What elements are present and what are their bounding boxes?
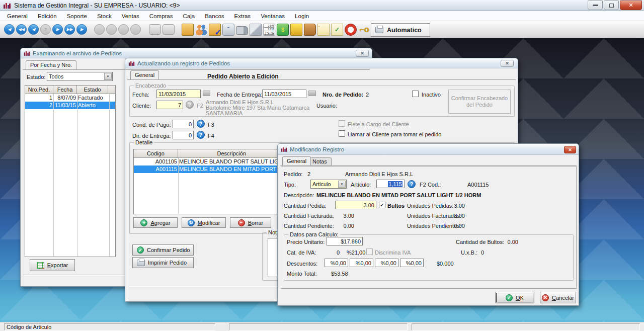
win3-tab-notas[interactable]: Notas [308,157,332,166]
bultos-checkbox[interactable]: ✓ [379,202,385,208]
menu-edicion[interactable]: Edición [33,12,62,20]
menu-general[interactable]: General [2,12,33,20]
borrar-button[interactable]: − Borrar [230,217,271,228]
exportar-button[interactable]: → Exportar [30,259,75,271]
cash-register-icon[interactable]: − [222,24,234,36]
close-button[interactable]: ✕ [620,1,642,10]
col-nroped[interactable]: Nro.Ped. [25,86,53,94]
truck-icon[interactable] [236,26,248,35]
disabled-button-1[interactable] [94,24,105,35]
restore-button[interactable] [604,1,619,10]
articulo-help-button[interactable]: ? [408,180,416,188]
tipo-dropdown-arrow[interactable]: ▼ [338,181,346,188]
col-codigo[interactable]: Codigo [134,149,178,158]
nav-forward-button[interactable]: ▶▶ [64,24,75,35]
nav-prev-button[interactable]: ◀ [28,24,39,35]
menu-login[interactable]: Login [290,12,314,20]
win1-tab-por-fecha[interactable]: Por Fecha y Nro. [26,60,76,69]
menu-ventas[interactable]: Ventas [117,12,144,20]
nav-rewind-button[interactable]: ◀◀ [16,24,27,35]
gold-blocks-icon[interactable] [290,24,302,36]
win3-close-button[interactable]: ✕ [564,146,576,153]
inactivo-checkbox[interactable] [412,91,419,97]
auto-print-button[interactable]: Automatico [371,23,430,37]
fecha-input[interactable]: 11/03/2015 [156,90,201,98]
unidades-pendientes-value: 0.00 [444,223,465,229]
address-book-icon[interactable] [304,24,316,36]
cancelar-button[interactable]: ✕ Cancelar [540,292,576,303]
estado-dropdown-arrow[interactable]: ▼ [104,73,112,80]
col-estado[interactable]: Estado [77,86,108,94]
nro-pedido-label: Nro. de Pedido: [323,92,363,98]
order-check-icon[interactable]: ✓ [209,24,221,36]
descuento-3-input[interactable]: %0,00 [375,259,398,267]
note-icon[interactable]: · [317,24,330,36]
win2-tab-general[interactable]: General [130,70,159,79]
table-row-selected[interactable]: 2 11/03/15 Abierto [25,102,115,109]
tipo-dropdown[interactable]: Articulo ▼ [310,180,347,189]
package-icon[interactable] [182,24,194,36]
descuento-1-input[interactable]: %0,00 [325,259,348,267]
win1-title: Examinando el archivo de Pedidos [33,50,122,56]
tipo-label: Tipo: [284,182,296,188]
cliente-input[interactable]: 7 [156,101,183,109]
table-row[interactable]: 1 8/07/09 Facturado [25,94,115,102]
scale-calc-icon[interactable]: 2.546 0.216 T=2.762 [263,24,275,36]
win1-close-button[interactable]: ✕ [356,50,369,57]
cond-pago-help-button[interactable]: ? [197,120,205,128]
nav-last-button[interactable]: ▶ [76,24,87,35]
win3-tab-general[interactable]: General [282,156,311,166]
cantidad-pedida-input[interactable]: 3.00 [335,201,376,209]
disabled-button-2[interactable] [106,24,117,35]
square-button-2[interactable] [163,24,175,35]
menu-soporte[interactable]: Soporte [62,12,92,20]
fecha-entrega-input[interactable]: 11/03/2015 [262,90,306,98]
money-icon[interactable]: $ [277,24,289,36]
customers-icon[interactable] [195,24,207,36]
descuento-2-input[interactable]: %0,00 [350,259,373,267]
minimize-button[interactable] [588,1,603,10]
key-icon[interactable]: ⌐o [358,24,370,36]
nav-next-button[interactable]: ▶ [52,24,63,35]
col-fecha[interactable]: Fecha [53,86,77,94]
menu-bancos[interactable]: Bancos [200,12,229,20]
flete-checkbox[interactable] [339,120,345,127]
notepad-pencil-icon[interactable]: ✓ [331,24,343,36]
estado-dropdown[interactable]: Todos ▼ [47,72,113,81]
win2-icon [128,60,135,66]
cond-pago-input[interactable]: 0 [173,120,194,128]
menu-extras[interactable]: Extras [229,12,256,20]
disabled-button-3[interactable] [118,24,129,35]
menu-caja[interactable]: Caja [178,12,200,20]
precio-unitario-input[interactable]: $17.860 [327,237,363,245]
dir-entrega-input[interactable]: 0 [173,131,194,139]
descuento-4-input[interactable]: %0,00 [400,259,424,267]
agregar-button[interactable]: + Agregar [133,217,178,228]
discrimina-iva-checkbox[interactable] [366,249,373,255]
pedidos-table[interactable]: Nro.Ped. Fecha Estado 1 8/07/09 Facturad… [25,85,116,257]
articulo-input[interactable]: 1,115 [376,180,405,188]
alarm-clock-icon[interactable] [345,24,357,36]
disabled-button-4[interactable] [130,24,141,35]
cliente-help-button[interactable]: ? [186,101,194,109]
pen-ruler-icon[interactable] [250,24,262,36]
descuento-2-value: %0,00 [356,260,371,266]
menu-stock[interactable]: Stock [92,12,117,20]
square-button-1[interactable] [149,24,161,35]
win2-close-button[interactable]: ✕ [501,60,514,67]
uxb-label: U.x.B.: [461,250,477,256]
ok-button[interactable]: ✓ OK [495,292,534,303]
menu-ventanas[interactable]: Ventanas [256,12,290,20]
llamar-checkbox[interactable] [339,130,345,137]
calendar-icon[interactable] [203,91,210,96]
confirmar-encabezado-button[interactable]: Confirmar Encabezado del Pedido [448,90,511,114]
menu-compras[interactable]: Compras [144,12,178,20]
nav-search-button[interactable]: ? [40,24,51,35]
calendar-icon-2[interactable] [308,91,316,96]
dir-entrega-help-button[interactable]: ? [197,131,205,139]
confirmar-pedido-button[interactable]: ✓ Confirmar Pedido [132,244,194,256]
col-descripcion[interactable]: Descripción [178,149,286,158]
modificar-button[interactable]: ↻ Modificar [182,217,226,228]
imprimir-pedido-button[interactable]: Imprimir Pedido [132,257,194,268]
nav-first-button[interactable]: ◀ [4,24,15,35]
